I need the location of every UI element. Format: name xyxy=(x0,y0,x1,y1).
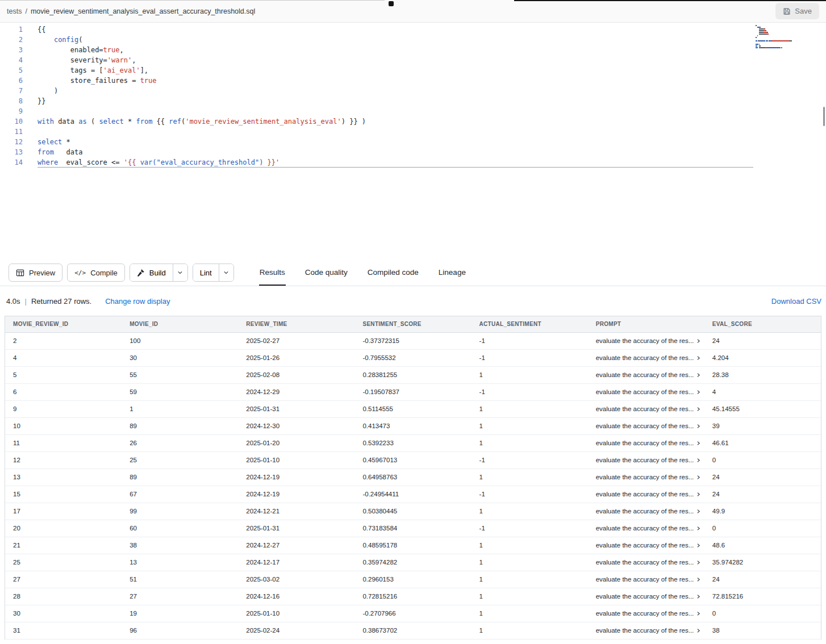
cell-movie_review_id: 4 xyxy=(5,349,122,366)
expand-prompt-icon[interactable] xyxy=(696,390,701,395)
cell-prompt: evaluate the accuracy of the res... xyxy=(588,332,704,349)
code-line[interactable]: 2 config( xyxy=(0,35,826,45)
cell-actual_sentiment: -1 xyxy=(472,451,588,469)
code-line[interactable]: 9 xyxy=(0,106,826,116)
build-dropdown-button[interactable] xyxy=(173,264,187,281)
code-line[interactable]: 10with data as ( select * from {{ ref('m… xyxy=(0,116,826,127)
expand-prompt-icon[interactable] xyxy=(696,628,701,633)
cell-movie_id: 19 xyxy=(122,605,238,622)
expand-prompt-icon[interactable] xyxy=(696,407,701,412)
compile-button[interactable]: </> Compile xyxy=(67,264,125,282)
preview-button-label: Preview xyxy=(29,269,55,277)
lint-dropdown-button[interactable] xyxy=(219,264,233,281)
prompt-preview: evaluate the accuracy of the res... xyxy=(596,457,694,463)
code-line[interactable]: 3 enabled=true, xyxy=(0,45,826,55)
code-line[interactable]: 1{{ xyxy=(0,24,826,35)
expand-prompt-icon[interactable] xyxy=(696,373,701,378)
line-number: 1 xyxy=(0,24,23,35)
expand-prompt-icon[interactable] xyxy=(696,424,701,429)
column-header-sentiment_score: SENTIMENT_SCORE xyxy=(354,316,471,332)
prompt-preview: evaluate the accuracy of the res... xyxy=(596,593,694,600)
prompt-preview: evaluate the accuracy of the res... xyxy=(596,525,694,532)
code-line[interactable]: 6 store_failures = true xyxy=(0,76,826,86)
expand-prompt-icon[interactable] xyxy=(696,577,701,582)
code-line[interactable]: 12select * xyxy=(0,137,826,147)
prompt-preview: evaluate the accuracy of the res... xyxy=(596,337,694,344)
line-number: 11 xyxy=(0,127,23,137)
code-line[interactable]: 4 severity='warn', xyxy=(0,55,826,65)
cell-eval_score: 48.6 xyxy=(704,537,821,554)
breadcrumb-folder[interactable]: tests xyxy=(7,7,22,15)
expand-prompt-icon[interactable] xyxy=(696,356,701,361)
cell-sentiment_score: 0.73183584 xyxy=(354,520,471,537)
cell-movie_id: 89 xyxy=(122,417,238,434)
cell-eval_score: 38 xyxy=(704,622,821,639)
expand-prompt-icon[interactable] xyxy=(696,594,701,599)
window-top-edge-right xyxy=(514,0,826,1)
build-button[interactable]: Build xyxy=(130,264,173,281)
lint-split-button: Lint xyxy=(193,264,234,282)
expand-prompt-icon[interactable] xyxy=(696,509,701,514)
cell-movie_review_id: 31 xyxy=(5,622,122,639)
cell-movie_review_id: 25 xyxy=(5,554,122,571)
cell-prompt: evaluate the accuracy of the res... xyxy=(588,417,704,434)
code-text: severity='warn', xyxy=(37,55,136,65)
code-line[interactable]: 7 ) xyxy=(0,86,826,96)
cell-eval_score: 0 xyxy=(704,451,821,469)
breadcrumb: tests / movie_review_sentiment_analysis_… xyxy=(7,7,255,15)
line-number: 8 xyxy=(0,96,23,106)
minimap-line xyxy=(756,45,819,47)
expand-prompt-icon[interactable] xyxy=(696,611,701,616)
cell-eval_score: 35.974282 xyxy=(704,554,821,571)
cell-prompt: evaluate the accuracy of the res... xyxy=(588,554,704,571)
expand-prompt-icon[interactable] xyxy=(696,560,701,565)
editor-scrollbar[interactable] xyxy=(823,107,825,126)
cell-review_time: 2025-01-10 xyxy=(238,451,354,469)
cell-prompt: evaluate the accuracy of the res... xyxy=(588,451,704,469)
table-header-row: MOVIE_REVIEW_IDMOVIE_IDREVIEW_TIMESENTIM… xyxy=(5,316,821,332)
minimap[interactable] xyxy=(756,25,819,49)
cell-actual_sentiment: -1 xyxy=(472,520,588,537)
code-line[interactable]: 8}} xyxy=(0,96,826,106)
code-line[interactable]: 14where eval_score <= '{{ var("eval_accu… xyxy=(0,157,826,168)
cell-movie_id: 55 xyxy=(122,366,238,383)
minimap-line xyxy=(756,44,819,45)
download-csv-link[interactable]: Download CSV xyxy=(771,297,821,306)
expand-prompt-icon[interactable] xyxy=(696,543,701,548)
cell-eval_score: 24 xyxy=(704,332,821,349)
code-line[interactable]: 5 tags = ['ai_eval'], xyxy=(0,65,826,76)
expand-prompt-icon[interactable] xyxy=(696,338,701,344)
tab-compiled-code[interactable]: Compiled code xyxy=(367,260,419,286)
cell-eval_score: 28.38 xyxy=(704,366,821,383)
tab-results[interactable]: Results xyxy=(259,260,286,286)
minimap-line xyxy=(756,42,819,43)
lint-button[interactable]: Lint xyxy=(193,264,219,281)
code-editor[interactable]: 1{{2 config(3 enabled=true,4 severity='w… xyxy=(0,23,826,260)
code-line[interactable]: 11 xyxy=(0,127,826,137)
cell-movie_id: 30 xyxy=(122,349,238,366)
minimap-line xyxy=(756,32,819,33)
save-button[interactable]: Save xyxy=(775,3,819,19)
cell-movie_review_id: 21 xyxy=(5,537,122,554)
cell-movie_review_id: 12 xyxy=(5,451,122,469)
expand-prompt-icon[interactable] xyxy=(696,475,701,480)
table-row: 28272024-12-160.728152161evaluate the ac… xyxy=(5,588,821,605)
preview-button[interactable]: Preview xyxy=(9,264,62,282)
cell-movie_review_id: 30 xyxy=(5,605,122,622)
code-text: select * xyxy=(37,137,70,147)
cell-sentiment_score: 0.5392233 xyxy=(354,434,471,451)
cell-review_time: 2024-12-16 xyxy=(238,588,354,605)
change-row-display-link[interactable]: Change row display xyxy=(105,297,170,306)
cell-actual_sentiment: 1 xyxy=(472,417,588,434)
code-text: enabled=true, xyxy=(37,45,124,55)
tab-code-quality[interactable]: Code quality xyxy=(304,260,348,286)
table-row: 31962025-02-240.386737021evaluate the ac… xyxy=(5,622,821,639)
tab-lineage[interactable]: Lineage xyxy=(438,260,466,286)
expand-prompt-icon[interactable] xyxy=(696,492,701,497)
cell-movie_review_id: 17 xyxy=(5,503,122,520)
minimap-line xyxy=(756,27,819,28)
code-line[interactable]: 13from data xyxy=(0,147,826,157)
expand-prompt-icon[interactable] xyxy=(696,458,701,463)
expand-prompt-icon[interactable] xyxy=(696,441,701,446)
expand-prompt-icon[interactable] xyxy=(696,526,701,531)
